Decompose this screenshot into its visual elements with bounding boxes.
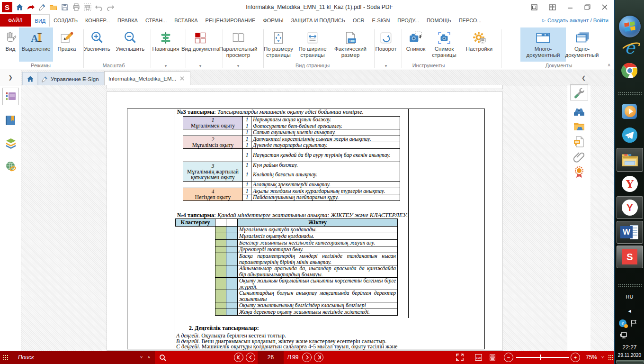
print-icon[interactable]	[72, 3, 80, 11]
taskbar-ie-button[interactable]: e	[617, 37, 643, 59]
undo-icon[interactable]	[95, 3, 103, 11]
search-bar[interactable]: Поиск ˅ ˄	[0, 351, 155, 364]
cluster-answer-cell[interactable]	[215, 278, 226, 290]
pen-icon[interactable]	[38, 3, 46, 11]
layers-panel-button[interactable]	[2, 134, 19, 152]
certificates-button[interactable]	[570, 164, 588, 180]
tab-informatika-pdf[interactable]: Informatika_Metodika_EM...	[104, 71, 190, 85]
classify-answer-cell[interactable]	[226, 233, 238, 240]
tab-esign-management[interactable]: Управление E-Sign	[38, 72, 104, 85]
attachments-button[interactable]	[570, 149, 588, 165]
search-icon[interactable]	[159, 354, 167, 362]
ribbon-single-document-button[interactable]: Одно-документный	[559, 27, 605, 62]
search-in-files-button[interactable]	[570, 118, 588, 135]
ribbon-view-button[interactable]: Вид	[1, 27, 20, 62]
account-link[interactable]: ▷Создать аккаунт / Войти	[542, 14, 608, 27]
menu-tab-1[interactable]: СОЗДАТЬ	[50, 14, 81, 27]
menu-tab-4[interactable]: СТРАН...	[142, 14, 170, 27]
redo-icon[interactable]	[106, 3, 115, 11]
cluster-answer-cell[interactable]	[215, 227, 226, 233]
zoom-level[interactable]: 75%	[586, 351, 597, 364]
zoom-slider[interactable]	[516, 351, 569, 364]
ribbon-page-snapshot-button[interactable]: Снимок страницы	[425, 27, 464, 62]
language-indicator[interactable]: RU	[615, 294, 644, 300]
comments-button[interactable]	[570, 134, 588, 150]
classify-answer-cell[interactable]	[226, 265, 238, 278]
menu-tab-9[interactable]: OCR	[349, 14, 368, 27]
tray-flag-icon[interactable]	[630, 319, 637, 327]
classify-answer-cell[interactable]	[226, 290, 238, 302]
cluster-answer-cell[interactable]	[215, 309, 226, 316]
menu-tab-12[interactable]: ПОМОЩЬ	[423, 14, 455, 27]
parallel-group-arrow[interactable]: ▾	[237, 64, 240, 68]
links-panel-button[interactable]	[2, 157, 19, 175]
clock[interactable]: 22:27	[615, 344, 644, 351]
menu-tab-10[interactable]: E-SIGN	[368, 14, 394, 27]
menu-tab-2[interactable]: КОНВЕР...	[81, 14, 114, 27]
show-desktop-button[interactable]	[616, 360, 644, 364]
cluster-answer-cell[interactable]	[215, 265, 226, 278]
classify-answer-cell[interactable]	[226, 246, 238, 253]
classify-answer-cell[interactable]	[226, 302, 238, 309]
previous-page-button[interactable]	[246, 353, 255, 362]
taskbar-chrome-button[interactable]	[617, 60, 643, 82]
ribbon-zoom-in-button[interactable]: Увеличить	[78, 27, 116, 62]
tab-close-icon[interactable]	[180, 76, 184, 81]
minimize-button[interactable]	[567, 4, 573, 10]
menu-tab-7[interactable]: ФОРМЫ	[259, 14, 287, 27]
ribbon-edit-button[interactable]: Правка	[53, 27, 81, 62]
taskbar-wmp-button[interactable]	[617, 100, 643, 122]
zoom-slider-handle[interactable]	[540, 355, 541, 360]
next-page-button[interactable]	[302, 353, 312, 362]
home-icon[interactable]	[15, 3, 24, 11]
menu-tab-13[interactable]: ПЕРСО...	[455, 14, 485, 27]
cluster-answer-cell[interactable]	[215, 233, 226, 240]
ribbon-rotate-button[interactable]: Поворот	[373, 27, 399, 62]
save-icon[interactable]	[61, 3, 69, 11]
menu-tab-11[interactable]: ПРОДУ...	[394, 14, 423, 27]
navigation-group-arrow[interactable]: ▾	[165, 64, 167, 68]
tools-wrench-button[interactable]	[570, 84, 588, 100]
tray-network-icon[interactable]	[619, 332, 628, 339]
fullscreen-status-icon[interactable]	[456, 351, 464, 364]
ribbon-collapse-icon[interactable]: ˄	[608, 63, 610, 68]
print-preview-icon[interactable]	[83, 3, 92, 11]
menu-file[interactable]: ФАЙЛ	[0, 14, 31, 27]
start-button[interactable]	[617, 13, 643, 40]
cluster-answer-cell[interactable]	[215, 246, 226, 253]
ribbon-fit-width-button[interactable]: По ширине страницы	[293, 27, 332, 62]
classify-answer-cell[interactable]	[226, 227, 238, 233]
open-folder-icon[interactable]	[49, 3, 58, 11]
menu-tab-3[interactable]: ПРАВКА	[114, 14, 142, 27]
page-layout-icon[interactable]	[489, 351, 496, 364]
close-button[interactable]	[602, 4, 608, 10]
classify-answer-cell[interactable]	[226, 278, 238, 290]
actual-size-status-icon[interactable]: 100	[475, 351, 482, 364]
cluster-answer-cell[interactable]	[215, 253, 226, 265]
cluster-answer-cell[interactable]	[215, 302, 226, 309]
ribbon-actual-size-button[interactable]: 100 Фактический размер	[329, 27, 372, 62]
date[interactable]: 29.11.2020	[615, 353, 644, 358]
classify-answer-cell[interactable]	[226, 240, 238, 246]
ribbon-zoom-out-button[interactable]: Уменьшить	[111, 27, 149, 62]
ribbon-parallel-view-button[interactable]: Параллельный просмотр	[215, 27, 261, 62]
sidebar-expander[interactable]: ❯	[0, 70, 21, 85]
share-icon[interactable]	[27, 3, 35, 11]
ribbon-settings-button[interactable]: Настройки	[460, 27, 498, 62]
zoom-out-status-button[interactable]: −	[504, 351, 513, 364]
fullscreen-icon[interactable]	[531, 4, 537, 10]
search-binoculars-button[interactable]	[570, 103, 588, 119]
ribbon-navigation-button[interactable]: Навигация	[148, 27, 184, 62]
taskbar-explorer-button[interactable]	[617, 148, 643, 172]
tray-expand-arrow[interactable]: ◀	[615, 309, 644, 313]
taskbar-yandex-button[interactable]: Y	[617, 173, 643, 194]
taskbar-word-button[interactable]: W	[617, 221, 643, 244]
bookmarks-panel-button[interactable]	[2, 111, 19, 129]
reading-mode-icon[interactable]	[549, 4, 556, 10]
right-panel-collapse-icon[interactable]: ❮	[581, 75, 586, 81]
soda-logo-icon[interactable]: S	[2, 2, 12, 12]
taskbar-soda-button[interactable]: S	[617, 246, 643, 268]
tray-skype-icon[interactable]: e	[619, 319, 626, 327]
taskbar-yandex2-button[interactable]: Y	[617, 196, 643, 219]
menu-tab-5[interactable]: ВСТАВКА	[170, 14, 201, 27]
